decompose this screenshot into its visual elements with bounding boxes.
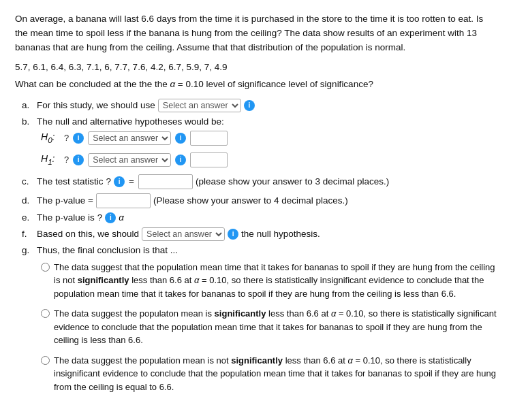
conclusion-radio-3[interactable] xyxy=(41,356,50,365)
conclusion-text-3: The data suggest the population mean is … xyxy=(54,354,498,394)
c-note: (please show your answer to 3 decimal pl… xyxy=(196,176,389,187)
h1-row: H1: ? i Select an answer i xyxy=(41,152,498,167)
c-eq: = xyxy=(129,176,134,187)
item-b: b. The null and alternative hypotheses w… xyxy=(22,116,498,127)
question-line: What can be concluded at the the the α =… xyxy=(15,79,498,89)
info-btn-c[interactable]: i xyxy=(114,176,125,187)
label-b: b. xyxy=(22,116,31,127)
conclusion-option-1: The data suggest that the population mea… xyxy=(41,261,498,301)
item-c-text: The test statistic xyxy=(37,176,104,187)
c-question: ? xyxy=(106,176,112,187)
info-btn-h1[interactable]: i xyxy=(73,155,84,165)
info-btn-h0b[interactable]: i xyxy=(175,133,186,144)
conclusion-radio-2[interactable] xyxy=(41,309,50,318)
info-btn-h0[interactable]: i xyxy=(73,133,84,144)
h0-input[interactable] xyxy=(190,131,228,146)
conclusion-radio-1[interactable] xyxy=(41,263,50,272)
conclusion-option-3: The data suggest the population mean is … xyxy=(41,354,498,394)
conclusion-option-2: The data suggest the populaton mean is s… xyxy=(41,307,498,347)
test-statistic-input[interactable] xyxy=(138,174,193,189)
data-line: 5.7, 6.1, 6.4, 6.3, 7.1, 6, 7.7, 7.6, 4.… xyxy=(15,62,498,72)
h0-select[interactable]: Select an answer xyxy=(88,131,171,145)
item-f-text2: the null hypothesis. xyxy=(241,229,320,239)
h1-question: ? xyxy=(64,155,69,165)
conclusion-text-2: The data suggest the populaton mean is s… xyxy=(54,307,498,347)
label-f: f. xyxy=(22,229,31,239)
item-g-text: Thus, the final conclusion is that ... xyxy=(37,245,178,255)
item-e-text: The p-value is xyxy=(37,212,95,223)
h1-select[interactable]: Select an answer xyxy=(88,153,171,167)
conclusion-text-1: The data suggest that the population mea… xyxy=(54,261,498,301)
h0-row: H0: ? i Select an answer i xyxy=(41,131,498,146)
info-btn-f[interactable]: i xyxy=(228,229,238,240)
item-e: e. The p-value is ? i α xyxy=(22,212,498,223)
study-type-select[interactable]: Select an answer xyxy=(158,99,241,112)
label-g: g. xyxy=(22,245,31,255)
item-f-text: Based on this, we should xyxy=(37,229,139,239)
item-d-text: The p-value = xyxy=(37,195,93,206)
item-g: g. Thus, the final conclusion is that ..… xyxy=(22,245,498,255)
info-btn-a[interactable]: i xyxy=(244,100,255,111)
item-a: a. For this study, we should use Select … xyxy=(22,99,498,112)
info-btn-e[interactable]: i xyxy=(105,212,116,223)
label-d: d. xyxy=(22,195,31,206)
conclusion-section: The data suggest that the population mea… xyxy=(41,261,498,394)
label-a: a. xyxy=(22,100,31,110)
reject-select[interactable]: Select an answer xyxy=(142,227,225,241)
study-type-select-wrapper: Select an answer xyxy=(158,99,241,112)
h1-input[interactable] xyxy=(190,152,228,167)
item-d: d. The p-value = (Please show your answe… xyxy=(22,193,498,208)
item-c: c. The test statistic ? i = (please show… xyxy=(22,174,498,189)
intro-text: On average, a banana will last 6.6 days … xyxy=(15,12,498,55)
item-f: f. Based on this, we should Select an an… xyxy=(22,227,498,241)
pvalue-input[interactable] xyxy=(96,193,151,208)
answers-section: a. For this study, we should use Select … xyxy=(22,99,498,394)
item-b-text: The null and alternative hypotheses woul… xyxy=(37,116,224,127)
label-c: c. xyxy=(22,176,31,187)
info-btn-h1b[interactable]: i xyxy=(175,155,186,165)
label-e: e. xyxy=(22,212,31,223)
item-a-text: For this study, we should use xyxy=(37,100,155,110)
h1-label: H1: xyxy=(41,153,60,166)
d-note: (Please show your answer to 4 decimal pl… xyxy=(153,195,348,206)
h0-question: ? xyxy=(64,133,69,143)
e-question: ? xyxy=(97,212,103,223)
e-alpha: α xyxy=(119,212,124,223)
h0-label: H0: xyxy=(41,131,60,144)
